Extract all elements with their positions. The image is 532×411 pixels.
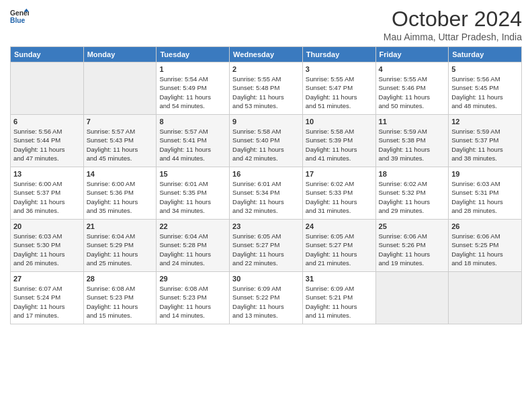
calendar-cell — [83, 62, 157, 115]
day-number: 27 — [13, 275, 81, 283]
calendar-cell — [375, 272, 449, 324]
day-number: 11 — [379, 118, 446, 126]
day-info: Sunrise: 5:59 AM Sunset: 5:38 PM Dayligh… — [379, 127, 446, 163]
calendar-cell: 21Sunrise: 6:04 AM Sunset: 5:29 PM Dayli… — [83, 220, 157, 272]
day-number: 25 — [379, 222, 446, 230]
day-info: Sunrise: 5:56 AM Sunset: 5:44 PM Dayligh… — [13, 127, 81, 163]
day-info: Sunrise: 5:56 AM Sunset: 5:45 PM Dayligh… — [451, 75, 519, 110]
day-number: 7 — [87, 118, 154, 126]
day-info: Sunrise: 5:58 AM Sunset: 5:39 PM Dayligh… — [306, 127, 373, 163]
day-number: 24 — [306, 222, 373, 230]
day-info: Sunrise: 6:02 AM Sunset: 5:32 PM Dayligh… — [379, 179, 446, 215]
day-number: 10 — [306, 118, 373, 126]
title-section: October 2024 Mau Aimma, Uttar Pradesh, I… — [384, 7, 522, 42]
day-number: 17 — [306, 170, 373, 178]
weekday-header: Monday — [83, 47, 157, 62]
day-info: Sunrise: 6:07 AM Sunset: 5:24 PM Dayligh… — [13, 284, 81, 320]
calendar-cell: 23Sunrise: 6:05 AM Sunset: 5:27 PM Dayli… — [230, 220, 303, 272]
calendar-cell: 22Sunrise: 6:04 AM Sunset: 5:28 PM Dayli… — [157, 220, 230, 272]
day-number: 3 — [306, 65, 373, 73]
day-number: 23 — [232, 222, 300, 230]
day-info: Sunrise: 5:58 AM Sunset: 5:40 PM Dayligh… — [232, 127, 300, 163]
month-title: October 2024 — [384, 7, 522, 32]
day-info: Sunrise: 6:03 AM Sunset: 5:31 PM Dayligh… — [451, 179, 519, 215]
day-info: Sunrise: 6:02 AM Sunset: 5:33 PM Dayligh… — [306, 179, 373, 215]
calendar-cell: 1Sunrise: 5:54 AM Sunset: 5:49 PM Daylig… — [157, 62, 230, 115]
calendar-cell: 26Sunrise: 6:06 AM Sunset: 5:25 PM Dayli… — [449, 220, 522, 272]
calendar-cell: 19Sunrise: 6:03 AM Sunset: 5:31 PM Dayli… — [449, 167, 522, 220]
calendar-cell: 31Sunrise: 6:09 AM Sunset: 5:21 PM Dayli… — [302, 272, 375, 324]
calendar-cell: 15Sunrise: 6:01 AM Sunset: 5:35 PM Dayli… — [157, 167, 230, 220]
day-number: 8 — [159, 118, 226, 126]
day-info: Sunrise: 6:00 AM Sunset: 5:37 PM Dayligh… — [13, 179, 81, 215]
day-number: 26 — [451, 222, 519, 230]
calendar-cell: 17Sunrise: 6:02 AM Sunset: 5:33 PM Dayli… — [302, 167, 375, 220]
day-info: Sunrise: 6:01 AM Sunset: 5:35 PM Dayligh… — [159, 179, 226, 215]
calendar-cell: 7Sunrise: 5:57 AM Sunset: 5:43 PM Daylig… — [83, 115, 157, 167]
day-info: Sunrise: 5:57 AM Sunset: 5:43 PM Dayligh… — [87, 127, 154, 163]
day-number: 2 — [232, 65, 300, 73]
calendar-week-row: 13Sunrise: 6:00 AM Sunset: 5:37 PM Dayli… — [11, 167, 522, 220]
calendar-week-row: 1Sunrise: 5:54 AM Sunset: 5:49 PM Daylig… — [11, 62, 522, 115]
calendar-cell — [11, 62, 84, 115]
day-number: 14 — [87, 170, 154, 178]
calendar-cell: 2Sunrise: 5:55 AM Sunset: 5:48 PM Daylig… — [230, 62, 303, 115]
location-subtitle: Mau Aimma, Uttar Pradesh, India — [384, 32, 522, 42]
day-info: Sunrise: 6:05 AM Sunset: 5:27 PM Dayligh… — [306, 232, 373, 267]
weekday-header: Saturday — [449, 47, 522, 62]
calendar-week-row: 20Sunrise: 6:03 AM Sunset: 5:30 PM Dayli… — [11, 220, 522, 272]
header-row: SundayMondayTuesdayWednesdayThursdayFrid… — [11, 47, 522, 62]
day-info: Sunrise: 6:03 AM Sunset: 5:30 PM Dayligh… — [13, 232, 81, 267]
calendar-cell: 14Sunrise: 6:00 AM Sunset: 5:36 PM Dayli… — [83, 167, 157, 220]
calendar-cell: 16Sunrise: 6:01 AM Sunset: 5:34 PM Dayli… — [230, 167, 303, 220]
calendar-cell — [449, 272, 522, 324]
calendar-cell: 12Sunrise: 5:59 AM Sunset: 5:37 PM Dayli… — [449, 115, 522, 167]
day-info: Sunrise: 6:01 AM Sunset: 5:34 PM Dayligh… — [232, 179, 300, 215]
day-info: Sunrise: 6:08 AM Sunset: 5:23 PM Dayligh… — [87, 284, 154, 320]
calendar-cell: 9Sunrise: 5:58 AM Sunset: 5:40 PM Daylig… — [230, 115, 303, 167]
calendar-cell: 24Sunrise: 6:05 AM Sunset: 5:27 PM Dayli… — [302, 220, 375, 272]
day-number: 18 — [379, 170, 446, 178]
weekday-header: Sunday — [11, 47, 84, 62]
calendar-cell: 5Sunrise: 5:56 AM Sunset: 5:45 PM Daylig… — [449, 62, 522, 115]
calendar-cell: 10Sunrise: 5:58 AM Sunset: 5:39 PM Dayli… — [302, 115, 375, 167]
calendar-cell: 13Sunrise: 6:00 AM Sunset: 5:37 PM Dayli… — [11, 167, 84, 220]
logo: General Blue — [10, 7, 29, 26]
day-info: Sunrise: 6:00 AM Sunset: 5:36 PM Dayligh… — [87, 179, 154, 215]
day-number: 21 — [87, 222, 154, 230]
calendar-cell: 6Sunrise: 5:56 AM Sunset: 5:44 PM Daylig… — [11, 115, 84, 167]
calendar-cell: 30Sunrise: 6:09 AM Sunset: 5:22 PM Dayli… — [230, 272, 303, 324]
day-info: Sunrise: 5:54 AM Sunset: 5:49 PM Dayligh… — [159, 75, 226, 110]
day-number: 15 — [159, 170, 226, 178]
header: General Blue October 2024 Mau Aimma, Utt… — [10, 7, 522, 42]
calendar-cell: 3Sunrise: 5:55 AM Sunset: 5:47 PM Daylig… — [302, 62, 375, 115]
day-number: 19 — [451, 170, 519, 178]
day-info: Sunrise: 6:06 AM Sunset: 5:25 PM Dayligh… — [451, 232, 519, 267]
day-number: 29 — [159, 275, 226, 283]
day-number: 20 — [13, 222, 81, 230]
day-number: 16 — [232, 170, 300, 178]
day-number: 12 — [451, 118, 519, 126]
calendar-cell: 20Sunrise: 6:03 AM Sunset: 5:30 PM Dayli… — [11, 220, 84, 272]
day-number: 9 — [232, 118, 300, 126]
day-number: 6 — [13, 118, 81, 126]
calendar-cell: 25Sunrise: 6:06 AM Sunset: 5:26 PM Dayli… — [375, 220, 449, 272]
day-number: 5 — [451, 65, 519, 73]
calendar-cell: 8Sunrise: 5:57 AM Sunset: 5:41 PM Daylig… — [157, 115, 230, 167]
weekday-header: Tuesday — [157, 47, 230, 62]
weekday-header: Thursday — [302, 47, 375, 62]
calendar-cell: 27Sunrise: 6:07 AM Sunset: 5:24 PM Dayli… — [11, 272, 84, 324]
day-info: Sunrise: 6:04 AM Sunset: 5:28 PM Dayligh… — [159, 232, 226, 267]
day-info: Sunrise: 5:59 AM Sunset: 5:37 PM Dayligh… — [451, 127, 519, 163]
day-info: Sunrise: 6:06 AM Sunset: 5:26 PM Dayligh… — [379, 232, 446, 267]
day-number: 13 — [13, 170, 81, 178]
day-info: Sunrise: 6:04 AM Sunset: 5:29 PM Dayligh… — [87, 232, 154, 267]
weekday-header: Wednesday — [230, 47, 303, 62]
day-info: Sunrise: 6:09 AM Sunset: 5:22 PM Dayligh… — [232, 284, 300, 320]
calendar-cell: 28Sunrise: 6:08 AM Sunset: 5:23 PM Dayli… — [83, 272, 157, 324]
day-info: Sunrise: 6:08 AM Sunset: 5:23 PM Dayligh… — [159, 284, 226, 320]
weekday-header: Friday — [375, 47, 449, 62]
svg-text:Blue: Blue — [10, 17, 26, 24]
calendar-cell: 29Sunrise: 6:08 AM Sunset: 5:23 PM Dayli… — [157, 272, 230, 324]
calendar-week-row: 27Sunrise: 6:07 AM Sunset: 5:24 PM Dayli… — [11, 272, 522, 324]
